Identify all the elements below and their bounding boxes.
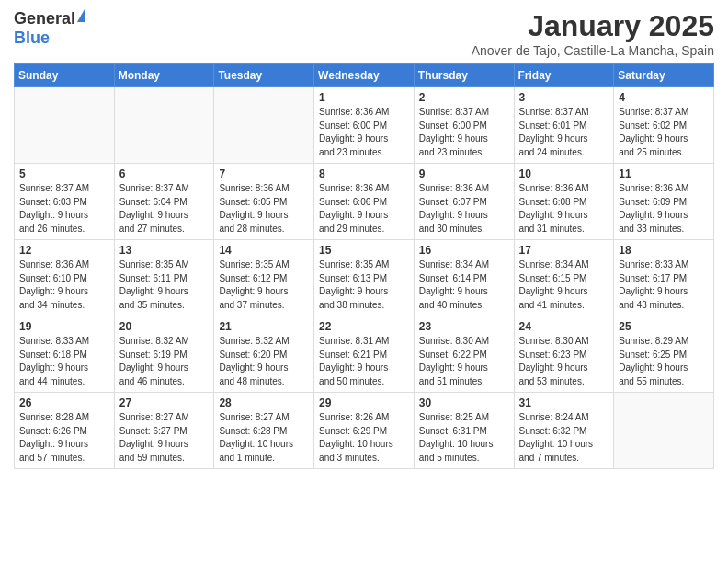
day-info: Sunrise: 8:25 AM Sunset: 6:31 PM Dayligh…: [419, 411, 509, 465]
day-info: Sunrise: 8:36 AM Sunset: 6:00 PM Dayligh…: [319, 106, 409, 159]
logo-general: General: [14, 9, 75, 29]
day-info: Sunrise: 8:36 AM Sunset: 6:08 PM Dayligh…: [519, 182, 609, 236]
day-number: 12: [19, 244, 109, 257]
day-number: 1: [319, 91, 409, 104]
day-cell-7: 7Sunrise: 8:36 AM Sunset: 6:05 PM Daylig…: [214, 164, 314, 240]
calendar: SundayMondayTuesdayWednesdayThursdayFrid…: [14, 63, 714, 469]
col-header-tuesday: Tuesday: [214, 64, 314, 87]
col-header-saturday: Saturday: [614, 64, 714, 87]
day-number: 25: [619, 320, 709, 333]
logo-blue: Blue: [14, 29, 50, 48]
day-number: 30: [419, 396, 509, 409]
day-info: Sunrise: 8:27 AM Sunset: 6:28 PM Dayligh…: [219, 411, 309, 465]
day-cell-24: 24Sunrise: 8:30 AM Sunset: 6:23 PM Dayli…: [514, 316, 614, 393]
day-cell-4: 4Sunrise: 8:37 AM Sunset: 6:02 PM Daylig…: [614, 87, 714, 164]
day-info: Sunrise: 8:33 AM Sunset: 6:18 PM Dayligh…: [19, 335, 109, 388]
day-number: 28: [219, 396, 309, 409]
day-info: Sunrise: 8:26 AM Sunset: 6:29 PM Dayligh…: [319, 411, 409, 465]
day-cell-22: 22Sunrise: 8:31 AM Sunset: 6:21 PM Dayli…: [314, 316, 415, 393]
empty-cell: [214, 87, 314, 164]
day-cell-19: 19Sunrise: 8:33 AM Sunset: 6:18 PM Dayli…: [15, 316, 115, 393]
day-info: Sunrise: 8:33 AM Sunset: 6:17 PM Dayligh…: [619, 259, 709, 312]
day-info: Sunrise: 8:37 AM Sunset: 6:00 PM Dayligh…: [419, 106, 509, 159]
day-number: 27: [119, 396, 210, 409]
day-info: Sunrise: 8:34 AM Sunset: 6:15 PM Dayligh…: [519, 259, 609, 312]
week-row-3: 12Sunrise: 8:36 AM Sunset: 6:10 PM Dayli…: [15, 240, 714, 316]
day-info: Sunrise: 8:30 AM Sunset: 6:23 PM Dayligh…: [519, 335, 609, 388]
day-cell-14: 14Sunrise: 8:35 AM Sunset: 6:12 PM Dayli…: [214, 240, 314, 316]
col-header-wednesday: Wednesday: [314, 64, 415, 87]
day-cell-13: 13Sunrise: 8:35 AM Sunset: 6:11 PM Dayli…: [114, 240, 214, 316]
col-header-monday: Monday: [114, 64, 214, 87]
day-cell-30: 30Sunrise: 8:25 AM Sunset: 6:31 PM Dayli…: [414, 393, 514, 469]
day-number: 6: [119, 167, 210, 180]
day-number: 10: [519, 167, 609, 180]
day-number: 23: [419, 320, 509, 333]
day-cell-1: 1Sunrise: 8:36 AM Sunset: 6:00 PM Daylig…: [314, 87, 415, 164]
day-cell-12: 12Sunrise: 8:36 AM Sunset: 6:10 PM Dayli…: [15, 240, 115, 316]
day-number: 17: [519, 244, 609, 257]
header: General Blue January 2025 Anover de Tajo…: [14, 9, 714, 58]
day-number: 26: [19, 396, 109, 409]
day-cell-2: 2Sunrise: 8:37 AM Sunset: 6:00 PM Daylig…: [414, 87, 514, 164]
day-number: 13: [119, 244, 210, 257]
day-cell-9: 9Sunrise: 8:36 AM Sunset: 6:07 PM Daylig…: [414, 164, 514, 240]
col-header-friday: Friday: [514, 64, 614, 87]
day-info: Sunrise: 8:37 AM Sunset: 6:02 PM Dayligh…: [619, 106, 709, 159]
day-cell-18: 18Sunrise: 8:33 AM Sunset: 6:17 PM Dayli…: [614, 240, 714, 316]
day-info: Sunrise: 8:24 AM Sunset: 6:32 PM Dayligh…: [519, 411, 609, 465]
day-cell-23: 23Sunrise: 8:30 AM Sunset: 6:22 PM Dayli…: [414, 316, 514, 393]
day-number: 5: [19, 167, 109, 180]
day-info: Sunrise: 8:36 AM Sunset: 6:06 PM Dayligh…: [319, 182, 409, 236]
day-number: 8: [319, 167, 409, 180]
day-cell-6: 6Sunrise: 8:37 AM Sunset: 6:04 PM Daylig…: [114, 164, 214, 240]
day-number: 4: [619, 91, 709, 104]
week-row-1: 1Sunrise: 8:36 AM Sunset: 6:00 PM Daylig…: [15, 87, 714, 164]
day-number: 16: [419, 244, 509, 257]
day-info: Sunrise: 8:28 AM Sunset: 6:26 PM Dayligh…: [19, 411, 109, 465]
day-number: 11: [619, 167, 709, 180]
logo: General Blue: [14, 9, 85, 48]
day-number: 24: [519, 320, 609, 333]
day-cell-5: 5Sunrise: 8:37 AM Sunset: 6:03 PM Daylig…: [15, 164, 115, 240]
day-cell-28: 28Sunrise: 8:27 AM Sunset: 6:28 PM Dayli…: [214, 393, 314, 469]
day-cell-25: 25Sunrise: 8:29 AM Sunset: 6:25 PM Dayli…: [614, 316, 714, 393]
day-info: Sunrise: 8:37 AM Sunset: 6:03 PM Dayligh…: [19, 182, 109, 236]
day-cell-3: 3Sunrise: 8:37 AM Sunset: 6:01 PM Daylig…: [514, 87, 614, 164]
day-info: Sunrise: 8:36 AM Sunset: 6:07 PM Dayligh…: [419, 182, 509, 236]
day-cell-31: 31Sunrise: 8:24 AM Sunset: 6:32 PM Dayli…: [514, 393, 614, 469]
month-title: January 2025: [472, 9, 714, 43]
day-cell-10: 10Sunrise: 8:36 AM Sunset: 6:08 PM Dayli…: [514, 164, 614, 240]
day-number: 14: [219, 244, 309, 257]
day-cell-21: 21Sunrise: 8:32 AM Sunset: 6:20 PM Dayli…: [214, 316, 314, 393]
day-info: Sunrise: 8:32 AM Sunset: 6:19 PM Dayligh…: [119, 335, 210, 388]
day-number: 19: [19, 320, 109, 333]
day-info: Sunrise: 8:36 AM Sunset: 6:09 PM Dayligh…: [619, 182, 709, 236]
day-number: 21: [219, 320, 309, 333]
day-number: 2: [419, 91, 509, 104]
empty-cell: [114, 87, 214, 164]
empty-cell: [614, 393, 714, 469]
day-info: Sunrise: 8:37 AM Sunset: 6:01 PM Dayligh…: [519, 106, 609, 159]
day-number: 7: [219, 167, 309, 180]
week-row-2: 5Sunrise: 8:37 AM Sunset: 6:03 PM Daylig…: [15, 164, 714, 240]
day-info: Sunrise: 8:30 AM Sunset: 6:22 PM Dayligh…: [419, 335, 509, 388]
day-number: 9: [419, 167, 509, 180]
day-cell-11: 11Sunrise: 8:36 AM Sunset: 6:09 PM Dayli…: [614, 164, 714, 240]
week-row-4: 19Sunrise: 8:33 AM Sunset: 6:18 PM Dayli…: [15, 316, 714, 393]
day-number: 20: [119, 320, 210, 333]
col-header-sunday: Sunday: [15, 64, 115, 87]
day-info: Sunrise: 8:35 AM Sunset: 6:11 PM Dayligh…: [119, 259, 210, 312]
day-number: 3: [519, 91, 609, 104]
day-info: Sunrise: 8:32 AM Sunset: 6:20 PM Dayligh…: [219, 335, 309, 388]
week-row-5: 26Sunrise: 8:28 AM Sunset: 6:26 PM Dayli…: [15, 393, 714, 469]
title-block: January 2025 Anover de Tajo, Castille-La…: [472, 9, 714, 58]
col-header-thursday: Thursday: [414, 64, 514, 87]
day-cell-16: 16Sunrise: 8:34 AM Sunset: 6:14 PM Dayli…: [414, 240, 514, 316]
day-cell-17: 17Sunrise: 8:34 AM Sunset: 6:15 PM Dayli…: [514, 240, 614, 316]
calendar-header-row: SundayMondayTuesdayWednesdayThursdayFrid…: [15, 64, 714, 87]
day-cell-29: 29Sunrise: 8:26 AM Sunset: 6:29 PM Dayli…: [314, 393, 415, 469]
day-info: Sunrise: 8:36 AM Sunset: 6:10 PM Dayligh…: [19, 259, 109, 312]
day-info: Sunrise: 8:37 AM Sunset: 6:04 PM Dayligh…: [119, 182, 210, 236]
day-info: Sunrise: 8:35 AM Sunset: 6:12 PM Dayligh…: [219, 259, 309, 312]
